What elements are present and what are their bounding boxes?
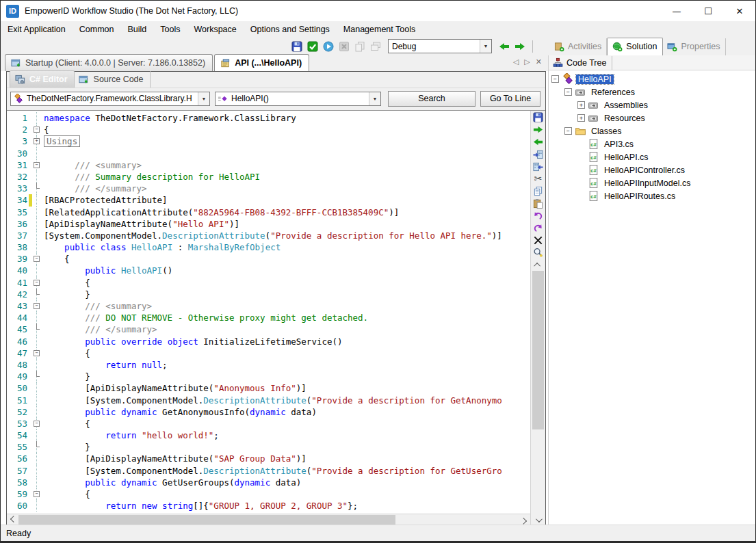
member-combo-dropdown-icon[interactable]: ▼: [369, 92, 380, 105]
fold-margin: [32, 112, 42, 124]
menu-item-options-and-settings[interactable]: Options and Settings: [244, 23, 337, 36]
tree-node-references[interactable]: − References: [551, 85, 756, 98]
fold-collapse-icon[interactable]: −: [34, 350, 40, 356]
tree-node-helloapiinputmodel-cs[interactable]: c# HelloAPIInputModel.cs: [551, 176, 756, 189]
vertical-scrollbar-thumb[interactable]: [532, 271, 544, 429]
maximize-button[interactable]: ☐: [692, 1, 724, 21]
build-config-dropdown-icon[interactable]: ▼: [480, 40, 491, 53]
build-config-combo[interactable]: Debug ▼: [388, 39, 492, 53]
redo-button[interactable]: [532, 222, 545, 234]
back-arrow-icon[interactable]: [498, 40, 510, 53]
code-line-text: public class HelloAPI : MarshalByRefObje…: [42, 241, 281, 253]
tree-node-label[interactable]: HelloAPIRoutes.cs: [602, 191, 677, 201]
tree-node-label[interactable]: HelloAPI: [576, 75, 614, 84]
delete-button[interactable]: [532, 234, 545, 246]
fold-collapse-icon[interactable]: −: [34, 127, 40, 133]
save-button[interactable]: [532, 111, 545, 123]
validate-icon[interactable]: [307, 40, 319, 53]
tree-node-classes[interactable]: − Classes: [551, 124, 756, 137]
tree-expander-plus-icon[interactable]: +: [577, 114, 585, 122]
menu-item-common[interactable]: Common: [73, 23, 121, 36]
class-combo-dropdown-icon[interactable]: ▼: [198, 92, 209, 105]
menu-item-build[interactable]: Build: [121, 23, 154, 36]
paste-button[interactable]: [532, 197, 545, 209]
line-number: 56: [7, 453, 27, 464]
tree-expander-minus-icon[interactable]: −: [564, 127, 572, 135]
tree-node-label[interactable]: Assemblies: [602, 101, 650, 110]
class-selector-combo[interactable]: TheDotNetFactory.Framework.ClassLibrary.…: [10, 92, 210, 106]
tab-code-tree[interactable]: Code Tree: [549, 56, 612, 70]
menu-item-workspace[interactable]: Workspace: [187, 23, 243, 36]
close-tab-icon[interactable]: ✕: [536, 57, 542, 66]
fold-expand-icon[interactable]: +: [34, 138, 40, 144]
tree-node-label[interactable]: HelloAPI.cs: [602, 153, 651, 162]
tab-solution[interactable]: Solution: [607, 38, 662, 55]
go-to-line-button[interactable]: Go To Line: [480, 91, 540, 107]
preview-button[interactable]: [532, 246, 545, 259]
tree-node-helloapi-cs[interactable]: c# HelloAPI.cs: [551, 150, 756, 163]
tree-node-helloapi[interactable]: − HelloAPI: [551, 72, 756, 85]
fold-collapse-icon[interactable]: −: [34, 491, 40, 497]
line-number: 46: [7, 336, 27, 347]
fold-collapse-icon[interactable]: −: [34, 280, 40, 286]
editor-tab-source-code[interactable]: Source Code: [75, 71, 151, 88]
tree-spacer: [577, 166, 585, 174]
tree-node-helloapiroutes-cs[interactable]: c# HelloAPIRoutes.cs: [551, 189, 756, 202]
scroll-right-icon[interactable]: [519, 514, 530, 526]
doc-tab-api[interactable]: API (...\HelloAPI): [214, 54, 309, 71]
doc-tab-startup[interactable]: Startup (Client: 4.0.0.0 | Server: 7.186…: [5, 54, 213, 71]
tab-properties[interactable]: Properties: [663, 38, 726, 55]
tree-node-label[interactable]: API3.cs: [602, 140, 636, 149]
tab-activities[interactable]: Activities: [549, 38, 607, 55]
scroll-tabs-right-icon[interactable]: ▷: [524, 57, 530, 66]
tree-node-label[interactable]: Classes: [589, 127, 623, 136]
goto-prev-button[interactable]: [532, 160, 545, 172]
close-button[interactable]: ✕: [724, 1, 755, 21]
vertical-scrollbar[interactable]: [532, 260, 544, 525]
tree-expander-plus-icon[interactable]: +: [577, 101, 585, 109]
scroll-tabs-left-icon[interactable]: ◁: [513, 57, 519, 66]
code-line-text: /// </summary>: [42, 323, 157, 335]
member-selector-combo[interactable]: HelloAPI() ▼: [215, 92, 381, 106]
forward-arrow-button[interactable]: [532, 123, 545, 135]
scroll-up-icon[interactable]: [532, 260, 544, 270]
fold-collapse-icon[interactable]: −: [34, 421, 40, 427]
back-arrow-button[interactable]: [532, 135, 545, 148]
fold-collapse-icon[interactable]: −: [34, 256, 40, 262]
editor-tab-c-editor[interactable]: C# Editor: [10, 70, 75, 88]
menu-item-tools[interactable]: Tools: [153, 23, 187, 36]
scroll-left-icon[interactable]: [7, 514, 18, 526]
horizontal-scrollbar-thumb[interactable]: [18, 515, 395, 525]
goto-next-button[interactable]: [532, 148, 545, 160]
tree-expander-minus-icon[interactable]: −: [551, 75, 559, 83]
run-icon[interactable]: [322, 40, 335, 53]
code-line-text: {: [42, 277, 90, 289]
scroll-down-icon[interactable]: [532, 515, 544, 525]
copy-button[interactable]: [532, 185, 545, 197]
save-icon[interactable]: [291, 40, 303, 53]
fold-margin: [32, 465, 42, 477]
forward-arrow-icon[interactable]: [514, 40, 526, 53]
editor-side-toolbar: ✂: [530, 111, 545, 525]
menu-item-exit-application[interactable]: Exit Application: [1, 23, 73, 36]
fold-collapse-icon[interactable]: −: [34, 162, 40, 168]
tree-node-label[interactable]: HelloAPIController.cs: [602, 165, 687, 175]
tree-node-label[interactable]: HelloAPIInputModel.cs: [602, 178, 692, 188]
tree-expander-minus-icon[interactable]: −: [564, 88, 572, 96]
tree-node-assemblies[interactable]: + Assemblies: [551, 98, 756, 111]
tree-node-label[interactable]: Resources: [602, 114, 647, 123]
tree-node-helloapicontroller-cs[interactable]: c# HelloAPIController.cs: [551, 163, 756, 176]
code-text[interactable]: 1 namespace TheDotNetFactory.Framework.C…: [7, 111, 530, 514]
cut-button[interactable]: ✂: [532, 172, 545, 185]
menu-item-management-tools[interactable]: Management Tools: [337, 23, 422, 36]
fold-collapse-icon[interactable]: −: [34, 303, 40, 309]
undo-button[interactable]: [532, 209, 545, 222]
search-button[interactable]: Search: [388, 91, 475, 107]
reference-icon: [588, 100, 599, 111]
tree-node-label[interactable]: References: [589, 88, 637, 97]
minimize-button[interactable]: —: [661, 1, 692, 21]
line-number: 48: [7, 359, 27, 371]
tree-node-resources[interactable]: + Resources: [551, 111, 756, 124]
tree-node-api3-cs[interactable]: c# API3.cs: [551, 137, 756, 150]
horizontal-scrollbar[interactable]: [7, 514, 530, 525]
